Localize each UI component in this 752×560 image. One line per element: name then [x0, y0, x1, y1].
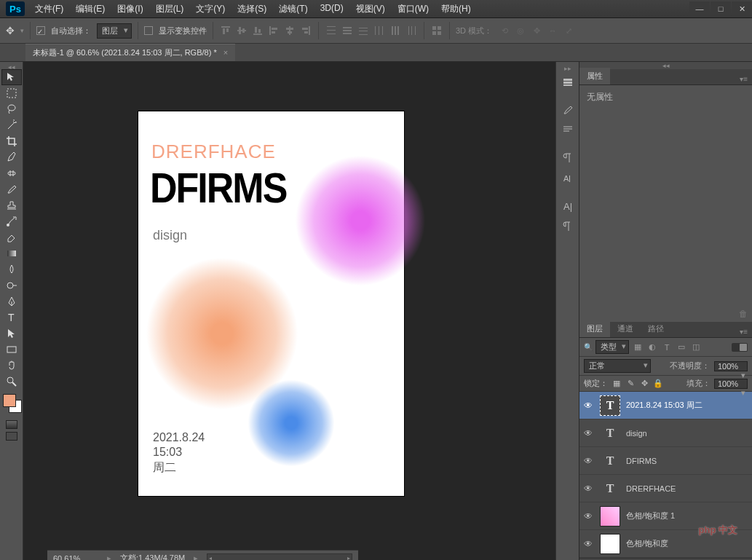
- distribute-right-icon[interactable]: [405, 24, 418, 37]
- layer-thumbnail[interactable]: T: [600, 451, 620, 471]
- 3d-pan-icon[interactable]: ✥: [530, 24, 543, 37]
- layer-name[interactable]: 色相/饱和度: [626, 538, 668, 549]
- distribute-top-icon[interactable]: [325, 24, 338, 37]
- pen-tool[interactable]: [1, 293, 22, 309]
- layer-visibility-icon[interactable]: 👁: [582, 428, 594, 438]
- layers-panel-menu-icon[interactable]: ▾≡: [735, 326, 752, 337]
- menu-select[interactable]: 选择(S): [233, 1, 271, 17]
- layer-name[interactable]: disign: [626, 429, 647, 438]
- healing-tool[interactable]: [1, 165, 22, 181]
- 3d-roll-icon[interactable]: ◎: [514, 24, 527, 37]
- maximize-button[interactable]: □: [711, 1, 731, 16]
- menu-image[interactable]: 图像(I): [113, 1, 147, 17]
- dodge-tool[interactable]: [1, 277, 22, 293]
- dock-brushpresets-icon[interactable]: [558, 121, 578, 140]
- move-tool[interactable]: [1, 69, 22, 85]
- blend-mode-dropdown[interactable]: 正常: [584, 359, 651, 373]
- rectangle-tool[interactable]: [1, 342, 22, 358]
- menu-layer[interactable]: 图层(L): [151, 1, 189, 17]
- layer-thumbnail[interactable]: T: [600, 395, 620, 416]
- layer-thumbnail[interactable]: [600, 506, 620, 527]
- distribute-vcenter-icon[interactable]: [341, 24, 354, 37]
- menu-filter[interactable]: 滤镜(T): [274, 1, 312, 17]
- zoom-arrow-icon[interactable]: ▸: [107, 553, 111, 560]
- layer-thumbnail[interactable]: T: [600, 423, 620, 443]
- lock-all-icon[interactable]: 🔒: [653, 379, 663, 389]
- filter-type-icon[interactable]: T: [661, 342, 673, 353]
- history-brush-tool[interactable]: [1, 213, 22, 229]
- align-hcenter-icon[interactable]: [283, 24, 296, 37]
- menu-edit[interactable]: 编辑(E): [71, 1, 109, 17]
- dock-collapse-icon[interactable]: ▸▸: [564, 65, 571, 72]
- 3d-scale-icon[interactable]: ⤢: [562, 24, 575, 37]
- auto-align-icon[interactable]: [430, 24, 443, 37]
- minimize-button[interactable]: —: [689, 1, 710, 16]
- menu-file[interactable]: 文件(F): [31, 1, 68, 17]
- zoom-level[interactable]: 60.61%: [53, 554, 98, 561]
- type-tool[interactable]: T: [1, 309, 22, 326]
- crop-tool[interactable]: [1, 133, 22, 149]
- layer-visibility-icon[interactable]: 👁: [582, 511, 594, 521]
- gradient-tool[interactable]: [1, 245, 22, 261]
- distribute-hcenter-icon[interactable]: [389, 24, 402, 37]
- auto-select-checkbox[interactable]: [36, 26, 45, 35]
- filter-smart-icon[interactable]: ◫: [690, 342, 702, 353]
- layers-tab[interactable]: 图层: [579, 320, 610, 337]
- filter-toggle[interactable]: [732, 343, 748, 352]
- lasso-tool[interactable]: [1, 101, 22, 117]
- quickmask-toggle[interactable]: [6, 420, 17, 429]
- tool-preset-dropdown-icon[interactable]: ▾: [20, 27, 24, 34]
- eraser-tool[interactable]: [1, 229, 22, 245]
- properties-trash-icon[interactable]: 🗑: [739, 309, 748, 319]
- dock-paragraph2-icon[interactable]: [558, 217, 578, 236]
- menu-view[interactable]: 视图(V): [352, 1, 389, 17]
- layer-thumbnail[interactable]: T: [600, 478, 620, 499]
- close-button[interactable]: ✕: [732, 1, 752, 16]
- paths-tab[interactable]: 路径: [641, 320, 671, 337]
- properties-panel-menu-icon[interactable]: ▾≡: [735, 74, 752, 84]
- opacity-input[interactable]: 100%: [714, 361, 748, 371]
- menu-window[interactable]: 窗口(W): [393, 1, 433, 17]
- filter-shape-icon[interactable]: ▭: [676, 342, 687, 353]
- layer-visibility-icon[interactable]: 👁: [582, 456, 594, 466]
- path-select-tool[interactable]: [1, 326, 22, 342]
- layer-name[interactable]: DFIRMS: [626, 457, 657, 465]
- lock-transparency-icon[interactable]: ▦: [612, 379, 622, 389]
- layer-visibility-icon[interactable]: 👁: [582, 539, 594, 549]
- menu-help[interactable]: 帮助(H): [437, 1, 475, 17]
- toolbar-collapse-icon[interactable]: ◂◂: [8, 63, 15, 69]
- layer-visibility-icon[interactable]: 👁: [582, 401, 594, 411]
- horizontal-scrollbar[interactable]: [207, 553, 352, 561]
- zoom-tool[interactable]: [1, 374, 22, 390]
- dock-character-icon[interactable]: A: [558, 169, 578, 188]
- align-bottom-icon[interactable]: [251, 24, 264, 37]
- layer-name[interactable]: DRERFHACE: [626, 484, 676, 493]
- 3d-slide-icon[interactable]: ↔: [546, 24, 559, 37]
- layer-row[interactable]: 👁T2021.8.24 15:03 周二: [579, 392, 752, 419]
- filter-kind-dropdown[interactable]: 类型: [595, 340, 629, 354]
- layer-row[interactable]: 👁Tdisign: [579, 419, 752, 447]
- hand-tool[interactable]: [1, 358, 22, 374]
- screenmode-toggle[interactable]: [6, 432, 17, 441]
- channels-tab[interactable]: 通道: [610, 320, 641, 337]
- 3d-rotate-icon[interactable]: ⟲: [498, 24, 511, 37]
- layer-row[interactable]: 👁TDFIRMS: [579, 447, 752, 475]
- filter-search-icon[interactable]: 🔍: [584, 343, 593, 351]
- eyedropper-tool[interactable]: [1, 149, 22, 165]
- lock-brush-icon[interactable]: ✎: [625, 379, 636, 389]
- foreground-color-swatch[interactable]: [3, 394, 16, 407]
- distribute-left-icon[interactable]: [373, 24, 386, 37]
- layer-row[interactable]: 👁TDRERFHACE: [579, 475, 752, 502]
- filter-pixel-icon[interactable]: ▦: [632, 342, 644, 353]
- menu-3d[interactable]: 3D(D): [316, 1, 348, 17]
- dock-glyphs-icon[interactable]: A|: [558, 197, 578, 216]
- dock-brush-icon[interactable]: [558, 100, 578, 119]
- align-right-icon[interactable]: [299, 24, 312, 37]
- show-transform-checkbox[interactable]: [144, 26, 153, 35]
- layer-name[interactable]: 2021.8.24 15:03 周二: [626, 400, 702, 411]
- marquee-tool[interactable]: [1, 85, 22, 101]
- layer-thumbnail[interactable]: [600, 534, 620, 554]
- magic-wand-tool[interactable]: [1, 117, 22, 133]
- docinfo-arrow-icon[interactable]: ▸: [194, 553, 198, 560]
- layer-name[interactable]: 色相/饱和度 1: [626, 510, 675, 521]
